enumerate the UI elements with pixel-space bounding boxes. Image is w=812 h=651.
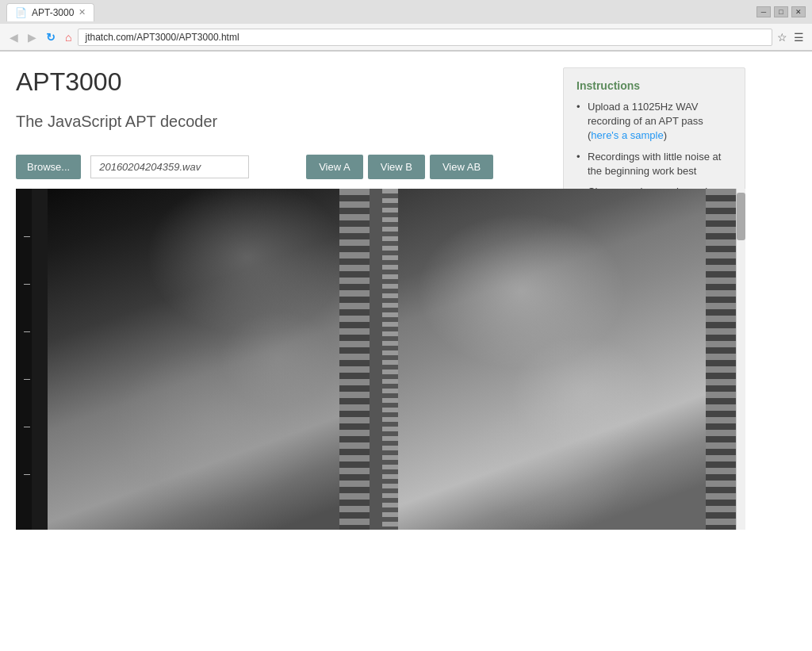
maximize-button[interactable]: □ <box>774 6 788 17</box>
tick-marks-left <box>16 189 32 530</box>
instructions-title: Instructions <box>576 79 732 92</box>
minimize-button[interactable]: ─ <box>756 6 771 17</box>
cloud-overlay-left <box>32 189 339 530</box>
view-b-button[interactable]: View B <box>368 155 425 179</box>
tick-mark <box>24 284 30 285</box>
page-content: APT3000 The JavaScript APT decoder Instr… <box>0 52 761 651</box>
sample-link[interactable]: here's a sample <box>591 129 663 141</box>
view-ab-button[interactable]: View AB <box>430 155 493 179</box>
tick-mark <box>24 427 30 427</box>
menu-icon[interactable]: ☰ <box>792 29 806 45</box>
address-bar[interactable] <box>78 29 772 46</box>
telemetry-strip-left <box>339 189 370 530</box>
scrollbar[interactable] <box>736 189 745 530</box>
nav-icons: ☆ ☰ <box>776 29 806 45</box>
file-name-display: 20160204204359.wav <box>90 155 249 178</box>
telemetry-strip-right <box>706 189 736 530</box>
refresh-button[interactable]: ↻ <box>43 29 59 45</box>
title-bar: 📄 APT-3000 ✕ ─ □ ✕ <box>0 0 812 24</box>
tab-close-button[interactable]: ✕ <box>79 7 86 17</box>
telemetry-strip-right-inner <box>382 189 398 530</box>
home-button[interactable]: ⌂ <box>62 29 75 45</box>
center-divider <box>370 189 382 530</box>
browser-chrome: 📄 APT-3000 ✕ ─ □ ✕ ◀ ▶ ↻ ⌂ ☆ ☰ <box>0 0 812 52</box>
tick-mark <box>24 474 30 475</box>
scrollbar-thumb[interactable] <box>737 193 745 240</box>
satellite-image-area <box>16 189 745 530</box>
forward-button[interactable]: ▶ <box>25 29 40 45</box>
close-button[interactable]: ✕ <box>791 6 806 17</box>
active-tab[interactable]: 📄 APT-3000 ✕ <box>6 3 94 21</box>
view-buttons-group: View A View B View AB <box>306 155 493 179</box>
nav-bar: ◀ ▶ ↻ ⌂ ☆ ☰ <box>0 24 812 51</box>
view-a-button[interactable]: View A <box>306 155 363 179</box>
browse-button[interactable]: Browse... <box>16 155 81 179</box>
tab-icon: 📄 <box>15 7 27 18</box>
instruction-item-2: Recordings with little noise at the begi… <box>576 150 732 178</box>
window-controls: ─ □ ✕ <box>756 6 806 17</box>
tick-mark <box>24 379 30 380</box>
bookmark-icon[interactable]: ☆ <box>776 29 789 45</box>
back-button[interactable]: ◀ <box>6 29 21 45</box>
satellite-panel-left <box>32 189 339 530</box>
tick-mark <box>24 236 30 237</box>
tick-mark <box>24 331 30 332</box>
instruction-item-1: Upload a 11025Hz WAV recording of an APT… <box>576 100 732 144</box>
tab-title: APT-3000 <box>32 7 74 18</box>
cloud-overlay-right <box>398 189 706 530</box>
satellite-panel-right <box>398 189 706 530</box>
